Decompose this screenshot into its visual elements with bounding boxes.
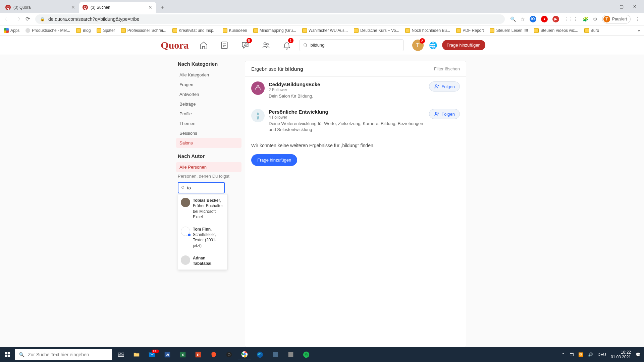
- sidebar-item-all-persons[interactable]: Alle Personen: [176, 162, 241, 172]
- bookmark-item[interactable]: Deutsche Kurs + Vo...: [354, 28, 399, 33]
- globe-icon[interactable]: 🌐: [429, 41, 437, 49]
- folder-icon: [223, 28, 227, 33]
- clear-filter-link[interactable]: Filter löschen: [434, 66, 460, 71]
- app-icon[interactable]: [269, 349, 282, 360]
- edge-icon[interactable]: [254, 349, 266, 360]
- language-indicator[interactable]: DEU: [598, 352, 606, 357]
- sidebar-item-sessions[interactable]: Sessions: [176, 128, 241, 138]
- minimize-icon[interactable]: —: [606, 4, 610, 9]
- clock[interactable]: 18:22 01.03.2021: [611, 350, 631, 360]
- sidebar-item-answers[interactable]: Antworten: [176, 89, 241, 99]
- bookmark-item[interactable]: Mindmapping (Gru...: [253, 28, 296, 33]
- reload-icon[interactable]: ⟳: [25, 16, 30, 22]
- nav-spaces-icon[interactable]: [258, 39, 274, 52]
- sidebar-item-salons[interactable]: Salons: [176, 138, 241, 148]
- app-icon[interactable]: [284, 349, 297, 360]
- svg-point-6: [304, 43, 306, 46]
- author-search-field[interactable]: [187, 185, 221, 190]
- bookmark-item[interactable]: Noch hochladen Bu...: [405, 28, 450, 33]
- quora-logo[interactable]: Quora: [159, 40, 191, 51]
- bookmark-item[interactable]: Wahlfächer WU Aus...: [302, 28, 348, 33]
- zoom-icon[interactable]: 🔍: [510, 16, 516, 22]
- follow-button[interactable]: Folgen: [429, 109, 460, 119]
- taskbar-search-input[interactable]: 🔍 Zur Suche Text hier eingeben: [15, 349, 112, 360]
- bookmark-item[interactable]: Produktsuche - Mer...: [25, 28, 70, 33]
- explorer-icon[interactable]: [130, 349, 143, 360]
- star-icon[interactable]: ☆: [521, 16, 525, 22]
- sidebar-item-profiles[interactable]: Profile: [176, 109, 241, 119]
- folder-icon: [490, 28, 494, 33]
- bookmark-item[interactable]: PDF Report: [456, 28, 484, 33]
- add-question-button[interactable]: Frage hinzufügen: [251, 154, 297, 166]
- mail-icon[interactable]: 99+: [146, 349, 158, 360]
- chevron-up-icon[interactable]: ⌃: [561, 352, 565, 357]
- obs-icon[interactable]: [223, 349, 235, 360]
- svg-text:W: W: [166, 353, 169, 357]
- notifications-icon[interactable]: 💬: [636, 352, 641, 357]
- puzzle-icon[interactable]: 🧩: [583, 16, 588, 22]
- powerpoint-icon[interactable]: P: [192, 349, 205, 360]
- url-input[interactable]: 🔒 de.quora.com/search?q=bildung&type=tri…: [35, 14, 505, 24]
- bookmark-item[interactable]: Später: [97, 28, 115, 33]
- close-icon[interactable]: ✕: [71, 5, 75, 10]
- bookmark-item[interactable]: Steuern Videos wic...: [534, 28, 578, 33]
- wifi-icon[interactable]: 🛜: [578, 352, 583, 357]
- profile-chip[interactable]: T Pausiert: [602, 15, 631, 23]
- nav-answer-icon[interactable]: 5: [237, 39, 253, 52]
- extension-icon[interactable]: iO: [530, 16, 536, 22]
- sidebar-item-all-categories[interactable]: Alle Kategorien: [176, 70, 241, 80]
- address-actions: 🔍 ☆ iO ● ▶ ⋮⋮⋮ 🧩 ⚙ T Pausiert ⋮: [510, 15, 640, 23]
- forward-icon[interactable]: 🡢: [15, 16, 20, 22]
- extension-icon[interactable]: ▶: [552, 16, 559, 22]
- spotify-icon[interactable]: [300, 349, 313, 360]
- nav-notifications-icon[interactable]: 1: [279, 39, 295, 52]
- result-item[interactable]: CeddysBildungsEcke 2 Follower Dein Salon…: [245, 77, 466, 104]
- task-view-icon[interactable]: [115, 349, 127, 360]
- bookmark-item[interactable]: Büro: [584, 28, 599, 33]
- add-question-button[interactable]: Frage hinzufügen: [442, 40, 485, 50]
- dropdown-item[interactable]: Tom Finn, Schriftsteller, Texter (2001-j…: [178, 223, 227, 252]
- space-icon: [251, 81, 265, 95]
- brave-icon[interactable]: [207, 349, 220, 360]
- bookmarks-overflow-icon[interactable]: »: [638, 28, 640, 33]
- bookmark-item[interactable]: Blog: [76, 28, 91, 33]
- bookmark-item[interactable]: Steuern Lesen !!!!: [490, 28, 528, 33]
- gear-icon[interactable]: ⚙: [593, 16, 597, 22]
- maximize-icon[interactable]: ▢: [620, 4, 624, 9]
- dropdown-item[interactable]: Adnan Tabatabai,: [178, 252, 227, 270]
- author-dropdown[interactable]: Tobias Becker, Früher Buchalter bei Micr…: [178, 194, 227, 270]
- extension-icon[interactable]: ●: [541, 16, 548, 22]
- dropdown-item[interactable]: Tobias Becker, Früher Buchalter bei Micr…: [178, 194, 227, 223]
- follow-button[interactable]: Folgen: [429, 81, 460, 92]
- bookmark-item[interactable]: Kreativität und Insp...: [172, 28, 217, 33]
- start-button[interactable]: [0, 352, 15, 358]
- new-tab-button[interactable]: +: [159, 4, 166, 11]
- svg-rect-24: [122, 353, 124, 355]
- search-value: bildung: [311, 43, 325, 48]
- bookmark-item[interactable]: Professionell Schrei...: [121, 28, 166, 33]
- kebab-icon[interactable]: ⋮: [635, 16, 640, 22]
- sidebar-item-questions[interactable]: Fragen: [176, 80, 241, 89]
- quora-search-input[interactable]: bildung: [300, 39, 404, 51]
- close-icon[interactable]: ✕: [148, 5, 152, 10]
- extension-icon[interactable]: ⋮⋮⋮: [564, 16, 578, 22]
- author-search-input[interactable]: [178, 182, 225, 193]
- sidebar-item-topics[interactable]: Themen: [176, 119, 241, 128]
- nav-following-icon[interactable]: [216, 39, 232, 52]
- tab-quora[interactable]: Q (3) Quora ✕: [2, 2, 79, 13]
- result-item[interactable]: Persönliche Entwicklung 4 Follower Deine…: [245, 104, 466, 138]
- sidebar-following-text[interactable]: Personen, denen Du folgst: [178, 172, 238, 182]
- excel-icon[interactable]: X: [176, 349, 189, 360]
- volume-icon[interactable]: 🔊: [588, 352, 593, 357]
- tab-suchen[interactable]: Q (3) Suchen ✕: [79, 2, 156, 13]
- word-icon[interactable]: W: [161, 349, 174, 360]
- sidebar-item-posts[interactable]: Beiträge: [176, 99, 241, 109]
- user-avatar[interactable]: T 2: [412, 40, 424, 51]
- back-icon[interactable]: 🡠: [4, 16, 9, 22]
- chrome-icon[interactable]: [238, 349, 251, 360]
- close-icon[interactable]: ✕: [633, 4, 637, 9]
- battery-icon[interactable]: 🗔: [570, 352, 574, 357]
- bookmark-item[interactable]: Kursideen: [223, 28, 247, 33]
- bookmark-apps[interactable]: Apps: [4, 28, 19, 33]
- nav-home-icon[interactable]: [196, 39, 212, 52]
